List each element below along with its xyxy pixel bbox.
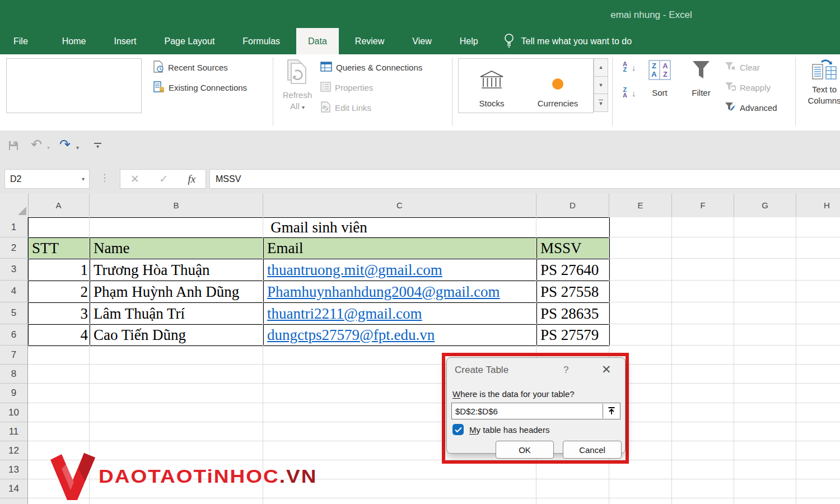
- table-cell-stt[interactable]: 1: [29, 259, 90, 281]
- name-box[interactable]: D2 ▾: [4, 169, 90, 189]
- table-cell-stt[interactable]: 4: [29, 325, 90, 346]
- redo-button[interactable]: ↷: [59, 139, 71, 150]
- email-link[interactable]: thuantruong.mit@gmail.com: [267, 262, 442, 279]
- formula-bar-content: MSSV: [210, 174, 241, 184]
- gallery-down-button[interactable]: ▼: [594, 77, 608, 95]
- table-range-input[interactable]: $D$2:$D$6: [451, 403, 620, 419]
- insert-function-icon[interactable]: fx: [188, 173, 196, 185]
- email-link[interactable]: dungctps27579@fpt.edu.vn: [267, 326, 435, 344]
- reapply-filter-button[interactable]: Reapply: [725, 80, 771, 95]
- enter-entry-icon[interactable]: ✓: [159, 172, 168, 185]
- properties-button[interactable]: Properties: [320, 80, 373, 95]
- column-header-B[interactable]: B: [90, 194, 263, 217]
- refresh-all-button[interactable]: Refresh All ▾: [279, 58, 316, 112]
- stocks-data-type[interactable]: Stocks: [459, 59, 525, 113]
- tab-insert[interactable]: Insert: [102, 28, 148, 54]
- recent-sources-button[interactable]: Recent Sources: [153, 60, 228, 74]
- cancel-entry-icon[interactable]: ✕: [130, 172, 139, 185]
- column-header-F[interactable]: F: [672, 194, 734, 217]
- text-to-columns-button[interactable]: Text to Columns: [804, 59, 840, 106]
- table-header-mssv[interactable]: MSSV: [537, 238, 610, 259]
- row-header-15[interactable]: 15: [0, 498, 28, 504]
- help-icon[interactable]: ?: [563, 365, 568, 376]
- name-box-dropdown[interactable]: ▾: [82, 176, 89, 182]
- tab-view[interactable]: View: [400, 28, 443, 54]
- table-cell-mssv[interactable]: PS 27640: [537, 259, 610, 281]
- tab-review[interactable]: Review: [343, 28, 396, 54]
- table-cell-mssv[interactable]: PS 27558: [537, 281, 610, 303]
- tab-data[interactable]: Data: [296, 28, 339, 54]
- column-header-D[interactable]: D: [536, 194, 609, 217]
- table-cell-email[interactable]: thuantri2211@gmail.com: [264, 303, 537, 325]
- cancel-button[interactable]: Cancel: [563, 441, 622, 459]
- headers-checkbox[interactable]: [452, 424, 464, 435]
- tab-file[interactable]: File: [0, 28, 41, 54]
- table-cell-email[interactable]: thuantruong.mit@gmail.com: [264, 259, 537, 281]
- row-header-10[interactable]: 10: [0, 403, 28, 422]
- row-header-12[interactable]: 12: [0, 441, 28, 460]
- tell-me-box[interactable]: Tell me what you want to do: [490, 28, 632, 54]
- gallery-up-button[interactable]: ▲: [594, 58, 608, 77]
- table-cell-name[interactable]: Trương Hòa Thuận: [90, 259, 264, 281]
- table-cell-name[interactable]: Lâm Thuận Trí: [90, 303, 264, 325]
- queries-connections-button[interactable]: Queries & Connections: [320, 60, 422, 74]
- row-header-3[interactable]: 3: [0, 259, 28, 281]
- row-header-6[interactable]: 6: [0, 324, 28, 346]
- tab-formulas[interactable]: Formulas: [231, 28, 292, 54]
- table-cell-name[interactable]: Phạm Huỳnh Anh Dũng: [90, 281, 264, 303]
- email-link[interactable]: thuantri2211@gmail.com: [267, 305, 422, 323]
- row-header-1[interactable]: 1: [0, 217, 28, 237]
- tab-home[interactable]: Home: [50, 28, 98, 54]
- formula-bar[interactable]: MSSV: [209, 169, 840, 189]
- sort-descending-button[interactable]: ZA ↓: [623, 87, 627, 98]
- redo-dropdown[interactable]: ▾: [76, 145, 79, 151]
- undo-button[interactable]: ↶: [31, 139, 42, 150]
- row-header-4[interactable]: 4: [0, 281, 28, 302]
- email-link[interactable]: Phamhuynhanhdung2004@gmail.com: [267, 283, 500, 301]
- table-cell-stt[interactable]: 2: [29, 281, 90, 303]
- filter-button[interactable]: Filter: [684, 60, 718, 99]
- formula-bar-splitter[interactable]: ⋮: [100, 172, 109, 184]
- table-cell-email[interactable]: Phamhuynhanhdung2004@gmail.com: [264, 281, 537, 303]
- column-header-A[interactable]: A: [28, 194, 90, 217]
- collapse-dialog-button[interactable]: [603, 404, 620, 418]
- row-header-11[interactable]: 11: [0, 422, 28, 441]
- row-header-13[interactable]: 13: [0, 460, 28, 479]
- table-cell-mssv[interactable]: PS 28635: [537, 303, 610, 325]
- table-cell-name[interactable]: Cao Tiến Dũng: [90, 325, 264, 346]
- column-header-H[interactable]: H: [796, 194, 840, 217]
- table-cell-mssv[interactable]: PS 27579: [537, 325, 610, 346]
- row-header-8[interactable]: 8: [0, 365, 28, 384]
- column-header-E[interactable]: E: [609, 194, 672, 217]
- row-header-14[interactable]: 14: [0, 479, 28, 498]
- table-header-stt[interactable]: STT: [29, 238, 90, 259]
- table-cell-stt[interactable]: 3: [29, 303, 90, 325]
- ok-button[interactable]: OK: [496, 441, 554, 459]
- row-header-5[interactable]: 5: [0, 302, 28, 324]
- clear-filter-button[interactable]: Clear: [725, 60, 760, 74]
- headers-checkbox-label[interactable]: My table has headers: [469, 425, 549, 435]
- tab-page-layout[interactable]: Page Layout: [152, 28, 226, 54]
- table-header-email[interactable]: Email: [264, 238, 537, 259]
- sort-ascending-button[interactable]: AZ ↓: [623, 61, 627, 72]
- undo-dropdown[interactable]: ▾: [47, 145, 50, 151]
- advanced-filter-button[interactable]: Advanced: [725, 100, 777, 115]
- save-button[interactable]: [8, 140, 19, 153]
- column-header-G[interactable]: G: [734, 194, 796, 217]
- select-all-button[interactable]: [0, 194, 29, 217]
- row-header-7[interactable]: 7: [0, 346, 28, 365]
- sort-button[interactable]: ZAAZ Sort: [644, 60, 675, 99]
- edit-links-button[interactable]: Edit Links: [320, 100, 371, 115]
- column-header-C[interactable]: C: [263, 194, 536, 217]
- existing-connections-button[interactable]: Existing Connections: [153, 80, 247, 95]
- customize-qat-button[interactable]: ▾: [94, 143, 101, 150]
- currencies-data-type[interactable]: Currencies: [525, 59, 591, 113]
- row-header-9[interactable]: 9: [0, 384, 28, 403]
- table-header-name[interactable]: Name: [90, 238, 264, 259]
- row-header-2[interactable]: 2: [0, 237, 28, 259]
- table-cell-email[interactable]: dungctps27579@fpt.edu.vn: [264, 325, 537, 346]
- gallery-more-button[interactable]: ▼: [594, 94, 608, 112]
- table-title-cell[interactable]: Gmail sinh viên: [29, 218, 610, 238]
- close-icon[interactable]: ✕: [601, 363, 612, 376]
- tab-help[interactable]: Help: [448, 28, 490, 54]
